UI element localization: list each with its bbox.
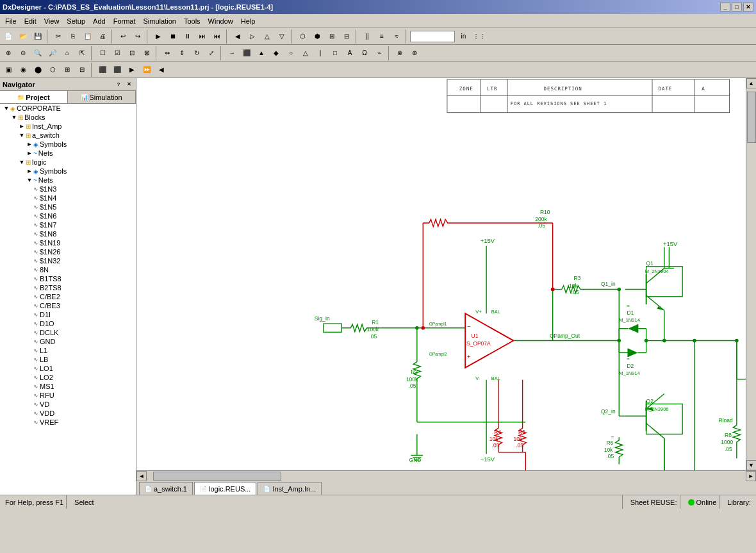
copy-button[interactable]: ⎘ bbox=[66, 29, 80, 44]
tree-net-1n3[interactable]: ∿ $1N3 bbox=[0, 185, 136, 194]
tb-btn8[interactable]: △ bbox=[260, 29, 274, 44]
menu-format[interactable]: Format bbox=[110, 16, 140, 26]
menu-view[interactable]: View bbox=[40, 16, 63, 26]
tree-net-1n32[interactable]: ∿ $1N32 bbox=[0, 256, 136, 265]
tree-net-1n4[interactable]: ∿ $1N4 bbox=[0, 194, 136, 202]
menu-setup[interactable]: Setup bbox=[63, 16, 89, 26]
expand-a-switch-sym[interactable]: ► bbox=[26, 141, 33, 147]
vscroll-up-button[interactable]: ▲ bbox=[746, 78, 757, 88]
tree-logic[interactable]: ▼ ⊞ logic bbox=[0, 158, 136, 167]
zoom-input[interactable]: 0.10000 bbox=[410, 31, 455, 42]
tree-net-1n19[interactable]: ∿ $1N19 bbox=[0, 238, 136, 247]
tb2-btn23[interactable]: A bbox=[343, 46, 357, 60]
cut-button[interactable]: ✂ bbox=[51, 29, 65, 44]
tb2-btn3[interactable]: 🔍 bbox=[31, 46, 45, 60]
tree-net-1n6[interactable]: ∿ $1N6 bbox=[0, 211, 136, 220]
tb-btn4[interactable]: ⏭ bbox=[195, 29, 210, 44]
tb-btn15[interactable]: ≡ bbox=[375, 29, 389, 44]
tb2-btn14[interactable]: ⤢ bbox=[204, 46, 218, 60]
tree-logic-nets[interactable]: ▼ ~ Nets bbox=[0, 176, 136, 185]
tree-net-lo1[interactable]: ∿ LO1 bbox=[0, 364, 136, 373]
tab-inst-amp[interactable]: 📄 Inst_Amp.In... bbox=[258, 482, 322, 495]
tree-net-gnd[interactable]: ∿ GND bbox=[0, 337, 136, 346]
tb2-btn15[interactable]: → bbox=[225, 46, 239, 60]
tree-net-1n7[interactable]: ∿ $1N7 bbox=[0, 220, 136, 229]
tb2-btn27[interactable]: ⊕ bbox=[407, 46, 422, 60]
hscroll-left-button[interactable]: ◄ bbox=[136, 471, 147, 481]
tb3-btn10[interactable]: ⏩ bbox=[140, 63, 154, 77]
tb3-btn2[interactable]: ◉ bbox=[16, 63, 30, 77]
tb2-btn8[interactable]: ☑ bbox=[110, 46, 124, 60]
tb-btn14[interactable]: || bbox=[360, 29, 374, 44]
hscroll-track[interactable] bbox=[147, 471, 746, 481]
tree-net-ms1[interactable]: ∿ MS1 bbox=[0, 382, 136, 391]
tree-net-dclk[interactable]: ∿ DCLK bbox=[0, 328, 136, 337]
expand-logic-sym[interactable]: ► bbox=[26, 168, 33, 174]
tree-net-vd[interactable]: ∿ VD bbox=[0, 400, 136, 409]
tree-logic-symbols[interactable]: ► ◈ Symbols bbox=[0, 167, 136, 176]
tb2-btn2[interactable]: ⊙ bbox=[16, 46, 30, 60]
vscroll-down-button[interactable]: ▼ bbox=[746, 460, 757, 470]
tb-btn11[interactable]: ⬢ bbox=[310, 29, 324, 44]
tb3-btn4[interactable]: ⬡ bbox=[45, 63, 60, 77]
tree-net-b2ts8[interactable]: ∿ B2TS8 bbox=[0, 283, 136, 292]
tree-net-vref[interactable]: ∿ VREF bbox=[0, 418, 136, 427]
nav-close-button[interactable]: ✕ bbox=[124, 80, 133, 89]
hscroll-thumb[interactable] bbox=[153, 472, 281, 481]
vscroll-thumb[interactable] bbox=[747, 92, 756, 143]
tb2-btn24[interactable]: Ω bbox=[357, 46, 372, 60]
expand-corporate[interactable]: ▼ bbox=[3, 105, 10, 111]
vscroll-track[interactable] bbox=[746, 88, 757, 460]
tb-more[interactable]: ⋮⋮ bbox=[472, 29, 486, 44]
tb2-btn22[interactable]: □ bbox=[328, 46, 342, 60]
paste-button[interactable]: 📋 bbox=[81, 29, 95, 44]
tab-logic-reuse[interactable]: 📄 logic.REUS... bbox=[194, 482, 256, 495]
tree-net-b1ts8[interactable]: ∿ B1TS8 bbox=[0, 274, 136, 283]
tree-net-1n8[interactable]: ∿ $1N8 bbox=[0, 229, 136, 238]
tb2-btn9[interactable]: ⊡ bbox=[125, 46, 139, 60]
tree-net-8n[interactable]: ∿ 8N bbox=[0, 265, 136, 274]
expand-logic-nets[interactable]: ▼ bbox=[26, 177, 33, 183]
tb-btn5[interactable]: ⏮ bbox=[210, 29, 224, 44]
tree-net-1n26[interactable]: ∿ $1N26 bbox=[0, 247, 136, 256]
tb2-btn20[interactable]: △ bbox=[299, 46, 313, 60]
tb2-btn25[interactable]: ⌁ bbox=[372, 46, 386, 60]
expand-inst-amp[interactable]: ► bbox=[18, 123, 26, 129]
menu-window[interactable]: Window bbox=[204, 16, 237, 26]
tb-btn1[interactable]: ▶ bbox=[151, 29, 165, 44]
open-button[interactable]: 📂 bbox=[16, 29, 30, 44]
tb-btn12[interactable]: ⊞ bbox=[325, 29, 339, 44]
menu-file[interactable]: File bbox=[1, 16, 21, 26]
tree-blocks[interactable]: ▼ ⊞ Blocks bbox=[0, 113, 136, 122]
tb2-btn1[interactable]: ⊕ bbox=[1, 46, 15, 60]
tb2-btn17[interactable]: ▲ bbox=[254, 46, 268, 60]
tb2-btn5[interactable]: ⌂ bbox=[60, 46, 74, 60]
tb2-btn13[interactable]: ↻ bbox=[190, 46, 204, 60]
tree-net-vdd[interactable]: ∿ VDD bbox=[0, 409, 136, 418]
tb2-btn12[interactable]: ⇕ bbox=[175, 46, 189, 60]
nav-tab-project[interactable]: 📁 Project bbox=[0, 91, 68, 103]
hscroll-right-button[interactable]: ► bbox=[746, 471, 756, 481]
tb2-btn21[interactable]: | bbox=[313, 46, 327, 60]
undo-button[interactable]: ↩ bbox=[116, 29, 130, 44]
maximize-button[interactable]: □ bbox=[732, 3, 742, 12]
tb3-btn9[interactable]: ▶ bbox=[125, 63, 139, 77]
menu-add[interactable]: Add bbox=[89, 16, 110, 26]
tb-btn3[interactable]: ⏸ bbox=[181, 29, 195, 44]
menu-help[interactable]: Help bbox=[237, 16, 259, 26]
tb-btn9[interactable]: ▽ bbox=[275, 29, 289, 44]
tb2-btn16[interactable]: ⬛ bbox=[240, 46, 254, 60]
new-button[interactable]: 📄 bbox=[1, 29, 15, 44]
tb-btn16[interactable]: ≈ bbox=[390, 29, 404, 44]
menu-tools[interactable]: Tools bbox=[180, 16, 204, 26]
close-button[interactable]: ✕ bbox=[743, 3, 753, 12]
expand-blocks[interactable]: ▼ bbox=[10, 114, 18, 120]
tree-net-d1o[interactable]: ∿ D1O bbox=[0, 319, 136, 328]
nav-tab-simulation[interactable]: 📊 Simulation bbox=[68, 91, 136, 103]
tb3-stop[interactable]: ⬛ bbox=[95, 63, 110, 77]
save-button[interactable]: 💾 bbox=[31, 29, 45, 44]
tree-net-cbe3[interactable]: ∿ C/BE3 bbox=[0, 301, 136, 310]
tb3-btn5[interactable]: ⊞ bbox=[60, 63, 74, 77]
tb-btn7[interactable]: ▷ bbox=[245, 29, 259, 44]
tree-a-switch-symbols[interactable]: ► ◈ Symbols bbox=[0, 140, 136, 149]
